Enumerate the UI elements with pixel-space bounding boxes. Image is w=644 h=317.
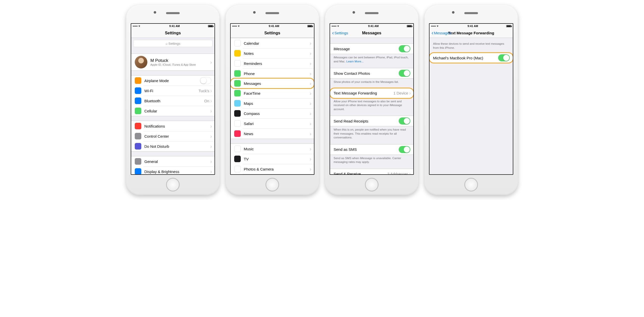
bluetooth-icon [135, 97, 141, 104]
settings-row-notifications[interactable]: Notifications› [131, 121, 214, 131]
chevron-right-icon: › [210, 98, 212, 104]
chevron-right-icon: › [310, 166, 311, 172]
settings-row-news[interactable]: News› [231, 129, 314, 139]
profile-row[interactable]: M Potuck Apple ID, iCloud, iTunes & App … [131, 54, 214, 70]
chevron-right-icon: › [210, 123, 212, 129]
text-forwarding-row[interactable]: Text Message Forwarding 1 Device › [330, 88, 413, 98]
page-title: Messages [362, 31, 382, 35]
row-value: 2 Addresses [387, 172, 408, 174]
row-label: Display & Brightness [144, 169, 210, 174]
controlcenter-icon [135, 133, 141, 139]
settings-row-ibooks[interactable]: iBooks› [231, 174, 314, 174]
notes-icon [234, 50, 241, 57]
chevron-right-icon: › [210, 108, 212, 114]
settings-row-notes[interactable]: Notes› [231, 48, 314, 58]
phone-frame-3: ᯤ 9:41 AM ‹Settings Messages iMessage iM… [325, 5, 418, 195]
device-toggle[interactable] [498, 54, 510, 61]
settings-row-calendar[interactable]: Calendar› [231, 38, 314, 48]
chevron-right-icon: › [210, 133, 212, 139]
device-row[interactable]: Michael's MacBook Pro (Mac) [430, 53, 513, 63]
row-value: 1 Device [393, 91, 408, 95]
settings-row-display-brightness[interactable]: Display & Brightness› [131, 166, 214, 174]
wifi-status-icon: ᯤ [238, 25, 240, 28]
chevron-right-icon: › [310, 81, 311, 86]
read-receipts-toggle[interactable] [399, 117, 410, 125]
back-button[interactable]: ‹Settings [332, 30, 348, 36]
home-button[interactable] [365, 178, 379, 191]
settings-row-control-center[interactable]: Control Center› [131, 131, 214, 141]
settings-row-messages[interactable]: Messages› [231, 79, 314, 88]
home-button[interactable] [265, 178, 279, 191]
chevron-right-icon: › [310, 71, 311, 77]
cellular-icon [135, 108, 141, 114]
settings-row-photos-camera[interactable]: Photos & Camera› [231, 164, 314, 174]
profile-sub: Apple ID, iCloud, iTunes & App Store [150, 63, 210, 66]
row-label: Music [244, 147, 310, 151]
imessage-toggle[interactable] [399, 45, 410, 52]
imessage-row[interactable]: iMessage [330, 44, 413, 54]
general-icon [135, 158, 141, 165]
row-label: Calendar [244, 41, 310, 45]
safari-icon [234, 120, 241, 127]
settings-row-music[interactable]: Music› [231, 144, 314, 154]
back-button[interactable]: ‹Messages [432, 30, 451, 36]
chevron-right-icon: › [210, 169, 212, 175]
nav-bar: ‹Settings Messages [330, 28, 413, 38]
chevron-right-icon: › [310, 90, 311, 96]
home-button[interactable] [464, 178, 478, 191]
status-bar: ᯤ 9:41 AM [131, 24, 214, 28]
chevron-left-icon: ‹ [332, 30, 334, 36]
wifi-icon [135, 87, 141, 94]
music-icon [234, 145, 241, 152]
search-icon [166, 41, 168, 45]
chevron-right-icon: › [210, 88, 212, 94]
search-input[interactable]: Settings [133, 40, 212, 47]
settings-row-reminders[interactable]: Reminders› [231, 58, 314, 68]
chevron-right-icon: › [409, 90, 411, 96]
settings-row-compass[interactable]: Compass› [231, 108, 314, 118]
phone-frame-2: ᯤ 9:41 AM Settings Calendar›Notes›Remind… [226, 5, 319, 195]
row-label: Reminders [244, 61, 310, 66]
settings-row-do-not-disturb[interactable]: Do Not Disturb› [131, 141, 214, 151]
row-label: Compass [244, 111, 310, 116]
forwarding-header: Allow these devices to send and receive … [430, 38, 513, 50]
settings-row-general[interactable]: General› [131, 156, 214, 166]
chevron-right-icon: › [310, 156, 311, 162]
battery-icon [208, 25, 213, 27]
settings-row-cellular[interactable]: Cellular› [131, 106, 214, 116]
signal-icon [232, 25, 237, 28]
settings-row-tv[interactable]: TV› [231, 154, 314, 164]
row-label: Airplane Mode [144, 79, 200, 83]
settings-row-phone[interactable]: Phone› [231, 68, 314, 79]
row-label: News [244, 132, 310, 136]
signal-icon [431, 25, 436, 28]
page-title: Text Message Forwarding [448, 31, 494, 35]
send-receive-row[interactable]: Send & Receive 2 Addresses › [330, 169, 413, 174]
chevron-right-icon: › [409, 171, 411, 174]
row-label: Send Read Receipts [334, 119, 399, 123]
settings-row-bluetooth[interactable]: BluetoothOn› [131, 96, 214, 106]
contact-photos-footer: Show photos of your contacts in the Mess… [330, 79, 413, 84]
settings-row-wi-fi[interactable]: Wi-FiTuck's› [131, 86, 214, 96]
learn-more-link[interactable]: Learn More... [346, 60, 364, 63]
contact-photos-toggle[interactable] [399, 70, 410, 77]
settings-row-maps[interactable]: Maps› [231, 98, 314, 108]
battery-icon [506, 25, 511, 27]
chevron-right-icon: › [310, 51, 311, 56]
contact-photos-row[interactable]: Show Contact Photos [330, 68, 413, 78]
send-sms-toggle[interactable] [399, 146, 410, 153]
chevron-right-icon: › [210, 143, 212, 149]
page-title: Settings [165, 31, 181, 35]
row-label: General [144, 159, 210, 164]
toggle[interactable] [200, 77, 211, 84]
settings-row-facetime[interactable]: FaceTime› [231, 88, 314, 98]
read-receipts-row[interactable]: Send Read Receipts [330, 116, 413, 126]
news-icon [234, 130, 241, 137]
settings-row-safari[interactable]: Safari› [231, 118, 314, 129]
back-label: Settings [334, 31, 348, 35]
home-button[interactable] [166, 178, 180, 191]
settings-row-airplane-mode[interactable]: Airplane Mode [131, 76, 214, 86]
maps-icon [234, 100, 241, 107]
status-time: 9:41 AM [169, 25, 180, 28]
send-sms-row[interactable]: Send as SMS [330, 144, 413, 155]
